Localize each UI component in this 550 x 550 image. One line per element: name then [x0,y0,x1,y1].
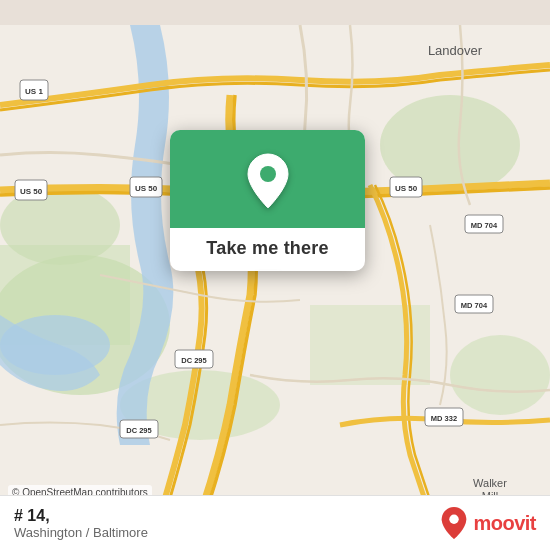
city-name: Washington / Baltimore [14,525,148,540]
svg-text:DC 295: DC 295 [126,426,151,435]
moovit-pin-icon [440,506,468,540]
map-container: US 1 US 50 US 50 US 50 DC 295 DC 295 MD … [0,0,550,550]
svg-text:MD 332: MD 332 [431,414,457,423]
moovit-brand-text: moovit [473,512,536,535]
svg-point-31 [450,515,459,524]
svg-point-6 [450,335,550,415]
svg-text:Walker: Walker [473,477,507,489]
svg-text:US 1: US 1 [25,87,43,96]
location-pin-icon [245,152,291,210]
svg-text:MD 704: MD 704 [471,221,498,230]
map-background: US 1 US 50 US 50 US 50 DC 295 DC 295 MD … [0,0,550,550]
svg-text:Landover: Landover [428,43,483,58]
stop-info: # 14, Washington / Baltimore [14,507,148,540]
popup-green-area [170,130,365,228]
take-me-there-button[interactable]: Take me there [192,228,342,271]
popup-tail [256,270,280,271]
popup-card: Take me there [170,130,365,271]
svg-text:MD 704: MD 704 [461,301,488,310]
svg-text:US 50: US 50 [20,187,43,196]
svg-point-30 [260,166,276,182]
stop-number: # 14, [14,507,148,525]
svg-text:US 50: US 50 [135,184,158,193]
svg-text:DC 295: DC 295 [181,356,206,365]
moovit-logo: moovit [440,506,536,540]
svg-text:US 50: US 50 [395,184,418,193]
bottom-bar: # 14, Washington / Baltimore moovit [0,495,550,550]
